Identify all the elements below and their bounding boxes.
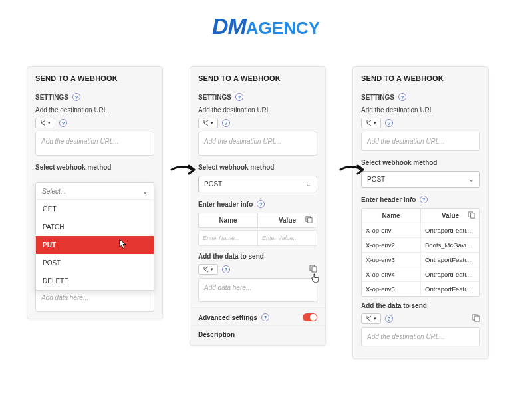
add-url-caption: Add the destination URL (190, 104, 325, 116)
cursor-pointer-icon (118, 239, 127, 251)
data-input[interactable]: Add data here... (198, 278, 317, 302)
method-select[interactable]: POST ⌄ (361, 171, 480, 188)
help-icon[interactable]: ? (222, 119, 230, 127)
method-option-post[interactable]: POST (36, 254, 154, 272)
add-url-caption: Add the destination URL (27, 104, 162, 116)
copy-icon[interactable] (305, 216, 313, 225)
select-method-caption: Select webhook method (353, 156, 488, 169)
flow-arrow-icon (339, 160, 366, 182)
advanced-toggle[interactable] (303, 313, 317, 321)
flow-arrow-icon (170, 160, 197, 182)
settings-text: SETTINGS (361, 94, 394, 101)
help-icon[interactable]: ? (222, 265, 230, 273)
help-icon[interactable]: ? (59, 119, 67, 127)
header-value-input[interactable]: Enter Value... (257, 230, 317, 246)
branch-icon (366, 120, 372, 126)
svg-rect-9 (475, 316, 479, 321)
merge-field-button[interactable]: ▾ (198, 118, 218, 128)
enter-header-text: Enter header info (198, 201, 253, 208)
header-name-cell: X-op-env4 (362, 267, 421, 281)
settings-label: SETTINGS ? (190, 89, 325, 104)
merge-field-button[interactable]: ▾ (35, 118, 55, 128)
merge-field-button[interactable]: ▾ (198, 264, 218, 275)
brand-logo: DMAGENCY (212, 13, 320, 39)
branch-icon (203, 120, 209, 126)
method-dropdown-open: Select... ⌄ GET PATCH PUT POST DELETE (35, 182, 154, 291)
caret-down-icon: ⌄ (142, 188, 148, 195)
advanced-settings-row: Advanced settings ? (190, 307, 325, 325)
logo-agency: AGENCY (246, 18, 320, 38)
caret-down-icon: ▾ (374, 120, 376, 126)
help-icon[interactable]: ? (385, 315, 393, 323)
hand-cursor-icon (311, 273, 320, 286)
add-data-caption: Add the data to send (190, 250, 325, 263)
method-selected-value: POST (204, 180, 222, 188)
header-value-column: Value (421, 209, 479, 223)
header-name-cell: X-op-env2 (362, 238, 421, 252)
header-value-cell: Boots_McGavin-78 (421, 238, 479, 252)
header-name-cell: X-op-env3 (362, 253, 421, 267)
method-selected-value: POST (367, 176, 385, 183)
destination-url-input[interactable]: Add the destination URL... (35, 132, 154, 156)
svg-rect-7 (471, 213, 475, 218)
settings-text: SETTINGS (35, 94, 68, 101)
dropdown-placeholder[interactable]: Select... ⌄ (36, 183, 154, 200)
header-row[interactable]: X-op-env OntraportFeature17... (362, 223, 479, 238)
webhook-panel-2: SEND TO A WEBHOOK SETTINGS ? Add the des… (190, 66, 326, 346)
dropdown-placeholder-text: Select... (42, 188, 66, 195)
branch-icon (366, 315, 372, 322)
data-input[interactable]: Add data here... (35, 288, 154, 312)
advanced-settings-label: Advanced settings (198, 314, 257, 321)
enter-header-caption: Enter header info ? (353, 193, 488, 206)
header-name-column: Name (198, 213, 257, 228)
webhook-panel-3: SEND TO A WEBHOOK SETTINGS ? Add the des… (352, 66, 489, 359)
caret-down-icon: ⌄ (306, 181, 311, 188)
merge-field-button[interactable]: ▾ (361, 118, 381, 128)
header-value-text: Value (442, 212, 459, 219)
settings-text: SETTINGS (198, 94, 231, 101)
header-name-cell: X-op-env5 (362, 282, 421, 296)
header-name-cell: X-op-env (362, 223, 421, 237)
method-option-put-text: PUT (43, 241, 56, 249)
header-row[interactable]: X-op-env4 OntraportFeature19... (362, 267, 479, 282)
copy-icon[interactable] (468, 211, 475, 220)
destination-url-input[interactable]: Add the destination URL... (198, 132, 317, 156)
caret-down-icon: ▾ (374, 316, 376, 321)
header-name-input[interactable]: Enter Name... (198, 230, 257, 246)
panel-title: SEND TO A WEBHOOK (353, 67, 488, 89)
header-value-cell: OntraportFeature18... (421, 253, 479, 267)
help-icon[interactable]: ? (257, 200, 265, 208)
caret-down-icon: ⌄ (469, 176, 474, 183)
help-icon[interactable]: ? (398, 93, 406, 101)
description-label: Description (190, 325, 325, 345)
destination-url-input[interactable]: Add the destination URL... (361, 132, 480, 151)
help-icon[interactable]: ? (261, 313, 269, 321)
copy-icon[interactable] (309, 265, 317, 274)
header-value-cell: OntraportFeature19... (421, 267, 479, 281)
header-row[interactable]: X-op-env3 OntraportFeature18... (362, 253, 479, 267)
method-option-patch[interactable]: PATCH (36, 218, 154, 236)
caret-down-icon: ▾ (211, 267, 213, 272)
merge-field-button[interactable]: ▾ (361, 313, 381, 324)
method-select[interactable]: POST ⌄ (198, 176, 317, 192)
header-row[interactable]: X-op-env5 OntraportFeature20... (362, 282, 479, 296)
help-icon[interactable]: ? (235, 93, 243, 101)
logo-dm: DM (212, 13, 246, 39)
help-icon[interactable]: ? (385, 119, 393, 127)
data-input[interactable]: Add the destination URL... (361, 327, 480, 346)
help-icon[interactable]: ? (420, 196, 428, 203)
headers-table: Name Value X-op-env OntraportFeature17..… (361, 208, 480, 297)
method-option-get[interactable]: GET (36, 200, 154, 218)
method-option-put[interactable]: PUT (36, 236, 154, 254)
method-option-delete[interactable]: DELETE (36, 272, 154, 290)
add-url-caption: Add the destination URL (353, 104, 488, 116)
svg-rect-3 (308, 218, 312, 223)
settings-label: SETTINGS ? (353, 89, 488, 104)
copy-icon[interactable] (472, 314, 480, 323)
webhook-panel-1: SEND TO A WEBHOOK SETTINGS ? Add the des… (27, 66, 163, 319)
header-row[interactable]: X-op-env2 Boots_McGavin-78 (362, 238, 479, 253)
help-icon[interactable]: ? (72, 93, 80, 101)
header-value-cell: OntraportFeature17... (421, 223, 479, 237)
header-value-text: Value (279, 217, 296, 224)
header-value-cell: OntraportFeature20... (421, 282, 479, 296)
